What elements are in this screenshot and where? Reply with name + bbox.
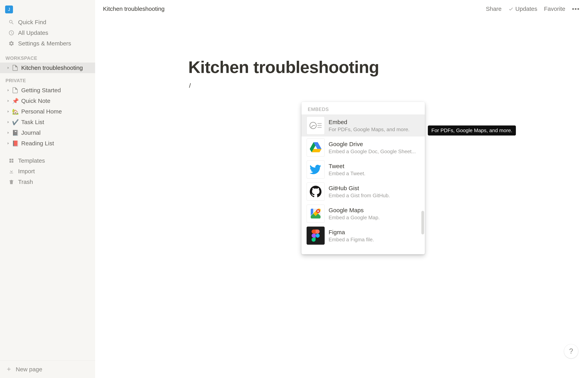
templates-icon [8,157,15,164]
embed-icon [307,116,325,135]
menu-item-tweet[interactable]: Tweet Embed a Tweet. [301,159,425,181]
sidebar-page-label: Kitchen troubleshooting [21,65,83,71]
download-icon [8,168,15,175]
private-section-label: PRIVATE [0,73,95,85]
menu-item-title: GitHub Gist [329,184,420,192]
clock-icon [8,29,15,36]
github-icon [307,183,325,201]
plus-icon [6,366,12,373]
sidebar-page-reading-list[interactable]: 📕 Reading List [0,138,95,149]
import[interactable]: Import [0,166,95,177]
chevron-right-icon[interactable] [6,109,11,114]
import-label: Import [18,168,35,175]
workspace-pages: Kitchen troubleshooting [0,63,95,73]
topbar-actions: Share Updates Favorite ••• [483,4,583,14]
svg-point-2 [317,210,319,212]
more-icon: ••• [572,5,580,13]
trash-label: Trash [18,179,33,185]
menu-item-desc: Embed a Google Doc, Google Sheet... [329,148,420,155]
new-page-label: New page [16,366,42,373]
chevron-right-icon[interactable] [6,88,11,93]
chevron-right-icon[interactable] [6,130,11,135]
menu-item-google-maps[interactable]: Google Maps Embed a Google Map. [301,202,425,225]
google-maps-icon [307,204,325,223]
sidebar-page-label: Personal Home [21,108,62,115]
more-button[interactable]: ••• [569,4,583,14]
chevron-right-icon[interactable] [6,120,11,124]
slash-menu-list[interactable]: Embed For PDFs, Google Maps, and more. G… [301,114,425,254]
workspace-section-label: WORKSPACE [0,51,95,63]
notebook-icon: 📓 [12,130,19,136]
sidebar-page-getting-started[interactable]: Getting Started [0,85,95,95]
book-icon: 📕 [12,140,19,147]
private-pages: Getting Started 📌 Quick Note 🏡 Personal … [0,85,95,149]
sidebar-page-kitchen-troubleshooting[interactable]: Kitchen troubleshooting [0,63,95,73]
updates-button[interactable]: Updates [505,4,540,14]
menu-item-desc: For PDFs, Google Maps, and more. [329,126,420,133]
editor-line[interactable]: / [188,81,495,91]
tooltip: For PDFs, Google Maps, and more. [428,125,516,135]
topbar: Kitchen troubleshooting Share Updates Fa… [95,0,588,18]
twitter-icon [307,161,325,179]
sidebar-page-label: Task List [21,119,44,125]
search-icon [8,19,15,26]
menu-item-title: Embed [329,118,420,126]
google-drive-icon [307,138,325,157]
menu-item-desc: Embed a Tweet. [329,170,420,177]
quick-find-label: Quick Find [18,19,46,26]
sidebar-page-journal[interactable]: 📓 Journal [0,127,95,138]
menu-item-desc: Embed a Google Map. [329,214,420,221]
menu-item-title: Google Maps [329,206,420,214]
pushpin-icon: 📌 [12,98,19,104]
favorite-button[interactable]: Favorite [541,4,568,14]
menu-item-github-gist[interactable]: GitHub Gist Embed a Gist from GitHub. [301,181,425,202]
page-title[interactable]: Kitchen troubleshooting [188,57,495,77]
templates[interactable]: Templates [0,155,95,166]
settings-members[interactable]: Settings & Members [0,38,95,49]
chevron-right-icon[interactable] [6,98,11,103]
trash[interactable]: Trash [0,177,95,187]
workspace-badge: J [5,5,13,13]
sidebar-page-quick-note[interactable]: 📌 Quick Note [0,95,95,106]
workspace-switcher[interactable]: J [0,0,95,16]
figma-icon [307,227,325,245]
sidebar-page-task-list[interactable]: ✔️ Task List [0,117,95,127]
menu-item-title: Tweet [329,162,420,170]
new-page-button[interactable]: New page [0,360,95,378]
templates-label: Templates [18,157,45,164]
settings-label: Settings & Members [18,40,71,47]
all-updates-label: All Updates [18,29,48,36]
menu-item-desc: Embed a Gist from GitHub. [329,192,420,199]
check-icon [508,6,514,12]
svg-point-3 [316,234,320,238]
quick-find[interactable]: Quick Find [0,17,95,27]
breadcrumb[interactable]: Kitchen troubleshooting [101,4,167,13]
checkmark-icon: ✔️ [12,119,19,125]
chevron-right-icon[interactable] [6,141,11,146]
page-icon [12,87,19,94]
house-icon: 🏡 [12,108,19,115]
updates-label: Updates [515,5,537,12]
sidebar: J Quick Find All Updates Settings & Memb… [0,0,95,378]
main: Kitchen troubleshooting Share Updates Fa… [95,0,588,378]
gear-icon [8,40,15,47]
share-button[interactable]: Share [483,4,504,14]
help-button[interactable]: ? [564,344,578,358]
slash-menu-section-label: EMBEDS [301,102,425,114]
trash-icon [8,178,15,186]
chevron-right-icon[interactable] [6,66,11,70]
menu-item-google-drive[interactable]: Google Drive Embed a Google Doc, Google … [301,136,425,159]
sidebar-page-label: Journal [21,129,40,136]
scrollbar-thumb[interactable] [421,211,424,234]
sidebar-page-personal-home[interactable]: 🏡 Personal Home [0,106,95,117]
sidebar-top-nav: Quick Find All Updates Settings & Member… [0,16,95,51]
menu-item-figma[interactable]: Figma Embed a Figma file. [301,225,425,247]
menu-item-title: Figma [329,228,420,236]
page-icon [12,65,19,71]
page-body: Kitchen troubleshooting / [149,18,534,91]
menu-item-title: Google Drive [329,140,420,148]
sidebar-page-label: Quick Note [21,97,50,104]
sidebar-page-label: Reading List [21,140,54,147]
menu-item-embed[interactable]: Embed For PDFs, Google Maps, and more. [301,114,425,136]
all-updates[interactable]: All Updates [0,27,95,38]
